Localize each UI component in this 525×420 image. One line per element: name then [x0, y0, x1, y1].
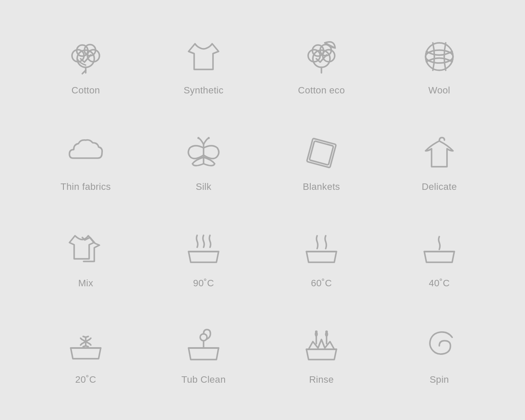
40c-icon — [418, 228, 461, 271]
wool-label: Wool — [429, 85, 450, 96]
svg-point-37 — [200, 334, 207, 341]
cell-rinse: Rinse — [263, 306, 381, 403]
cell-delicate: Delicate — [381, 114, 498, 210]
60c-label: 60˚C — [311, 278, 332, 289]
svg-line-35 — [90, 344, 91, 345]
mix-label: Mix — [78, 278, 93, 289]
cell-silk: Silk — [145, 114, 263, 210]
cell-cotton-eco: Cotton eco — [263, 17, 381, 114]
40c-label: 40˚C — [429, 278, 450, 289]
silk-icon — [182, 132, 225, 174]
cotton-eco-label: Cotton eco — [298, 85, 345, 96]
cell-mix: Mix — [27, 210, 145, 306]
cotton-label: Cotton — [72, 85, 100, 96]
spin-icon — [418, 324, 461, 367]
cotton-icon — [64, 35, 107, 78]
thin-fabrics-label: Thin fabrics — [60, 181, 111, 192]
svg-point-18 — [208, 137, 210, 139]
svg-line-29 — [86, 336, 88, 337]
cell-40c: 40˚C — [381, 210, 498, 306]
cell-tub-clean: Tub Clean — [145, 306, 263, 403]
cotton-eco-icon — [300, 35, 343, 78]
cell-thin-fabrics: Thin fabrics — [27, 114, 145, 210]
icon-grid: Cotton Synthetic — [27, 17, 498, 403]
90c-icon — [182, 228, 225, 271]
20c-label: 20˚C — [75, 374, 96, 385]
svg-line-32 — [81, 338, 82, 339]
svg-line-34 — [90, 338, 91, 339]
svg-line-31 — [86, 346, 88, 347]
cell-90c: 90˚C — [145, 210, 263, 306]
cell-blankets: Blankets — [263, 114, 381, 210]
cell-20c: 20˚C — [27, 306, 145, 403]
blankets-icon — [300, 132, 343, 174]
cell-cotton: Cotton — [27, 17, 145, 114]
90c-label: 90˚C — [193, 278, 214, 289]
tub-clean-label: Tub Clean — [181, 374, 225, 385]
delicate-icon — [418, 132, 461, 174]
silk-label: Silk — [196, 181, 212, 192]
synthetic-label: Synthetic — [183, 85, 223, 96]
cell-synthetic: Synthetic — [145, 17, 263, 114]
rinse-icon — [300, 324, 343, 367]
svg-point-41 — [325, 330, 328, 333]
svg-point-17 — [198, 137, 200, 139]
spin-label: Spin — [429, 374, 449, 385]
blankets-label: Blankets — [303, 181, 340, 192]
svg-line-33 — [81, 344, 82, 345]
cell-wool: Wool — [381, 17, 498, 114]
tub-clean-icon — [182, 324, 225, 367]
svg-point-14 — [426, 43, 453, 70]
svg-rect-20 — [309, 141, 333, 165]
20c-icon — [64, 324, 107, 367]
cell-60c: 60˚C — [263, 210, 381, 306]
wool-icon — [418, 35, 461, 78]
mix-icon — [64, 228, 107, 271]
rinse-label: Rinse — [309, 374, 334, 385]
svg-point-40 — [315, 330, 318, 333]
synthetic-icon — [182, 35, 225, 78]
delicate-label: Delicate — [422, 181, 457, 192]
60c-icon — [300, 228, 343, 271]
svg-point-15 — [426, 50, 453, 63]
thin-fabrics-icon — [64, 132, 107, 174]
cell-spin: Spin — [381, 306, 498, 403]
